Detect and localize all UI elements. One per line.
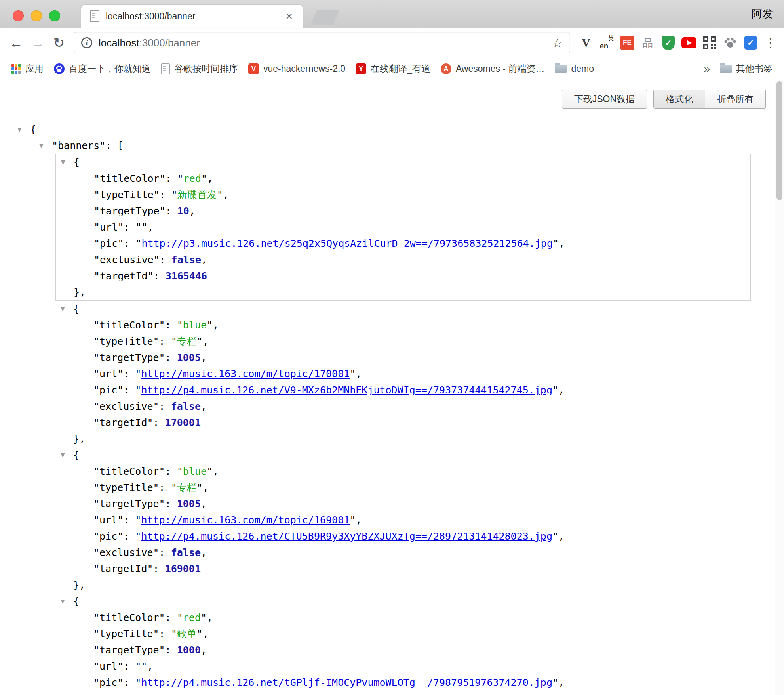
apps-shortcut[interactable]: 应用 xyxy=(6,61,49,77)
json-brace: }, xyxy=(74,286,86,298)
json-link[interactable]: http://p3.music.126.net/s25q2x5QyqsAzilC… xyxy=(141,238,553,249)
minimize-window-button[interactable] xyxy=(31,10,42,21)
vimium-extension-icon[interactable]: V xyxy=(577,34,595,52)
json-punctuation: : [ xyxy=(105,140,123,151)
json-string-value: 歌单 xyxy=(177,628,197,640)
json-key: "targetType" xyxy=(93,498,165,510)
document-icon xyxy=(161,63,170,74)
json-punctuation: , xyxy=(223,189,229,200)
translate-extension-icon[interactable]: 英 en xyxy=(598,34,615,52)
json-object: ▼{"titleColor": "red","typeTitle": "歌单",… xyxy=(55,593,751,695)
format-button[interactable]: 格式化 xyxy=(653,90,705,109)
json-key: "pic" xyxy=(93,384,123,396)
download-json-button[interactable]: 下载JSON数据 xyxy=(562,90,647,109)
json-line: "typeTitle": "专栏", xyxy=(55,333,751,349)
close-window-button[interactable] xyxy=(13,10,24,21)
json-key: "typeTitle" xyxy=(93,482,159,493)
json-punctuation: : xyxy=(159,336,171,347)
collapse-triangle-icon[interactable]: ▼ xyxy=(38,137,52,154)
reload-button[interactable]: ↻ xyxy=(48,32,70,53)
json-punctuation: , xyxy=(201,352,207,363)
json-key: "targetId" xyxy=(93,417,153,428)
json-key: "targetType" xyxy=(93,352,165,363)
bookmark-label: Awesomes - 前端资… xyxy=(456,63,545,75)
json-punctuation: , xyxy=(207,173,213,184)
bookmark-star-icon[interactable]: ☆ xyxy=(552,36,563,50)
other-bookmarks-folder[interactable]: 其他书签 xyxy=(715,61,778,77)
collapse-all-button[interactable]: 折叠所有 xyxy=(705,90,766,109)
bookmark-item-baidu[interactable]: 百度一下，你就知道 xyxy=(49,61,156,77)
json-line: "typeTitle": "专栏", xyxy=(55,479,751,496)
json-punctuation: : xyxy=(123,661,135,672)
json-number-value: 169001 xyxy=(165,563,201,575)
tab-title: localhost:3000/banner xyxy=(106,11,284,22)
paw-extension-icon[interactable] xyxy=(721,34,739,52)
shield-extension-icon[interactable] xyxy=(660,34,677,52)
json-punctuation: , xyxy=(201,401,207,412)
zoom-window-button[interactable] xyxy=(49,10,60,21)
bookmark-item-vue-hackernews[interactable]: V vue-hackernews-2.0 xyxy=(243,61,350,77)
json-punctuation: " xyxy=(177,612,183,623)
back-button[interactable]: ← xyxy=(6,32,27,53)
json-key: "exclusive" xyxy=(94,254,160,265)
forward-button[interactable]: → xyxy=(27,32,48,53)
bookmark-item-google-sort[interactable]: 谷歌按时间排序 xyxy=(156,61,243,77)
bookmark-item-youdao[interactable]: Y 在线翻译_有道 xyxy=(350,61,436,77)
address-bar[interactable]: i localhost:3000/banner ☆ xyxy=(74,32,570,53)
collapse-triangle-icon[interactable]: ▼ xyxy=(59,154,74,170)
youtube-extension-icon[interactable] xyxy=(680,34,698,52)
json-link[interactable]: http://p4.music.126.net/V9-MXz6b2MNhEKju… xyxy=(141,384,552,396)
browser-tab[interactable]: localhost:3000/banner × xyxy=(81,5,303,28)
json-line: ▼{ xyxy=(55,593,751,609)
collapse-triangle-icon[interactable]: ▼ xyxy=(16,121,30,137)
qrcode-extension-icon[interactable] xyxy=(701,34,718,52)
browser-menu-icon[interactable]: ⋮ xyxy=(763,35,778,50)
json-key: "titleColor" xyxy=(93,612,165,623)
json-punctuation: " xyxy=(207,466,213,477)
org-chart-extension-icon[interactable]: 品 xyxy=(639,34,657,52)
fe-extension-icon[interactable]: FE xyxy=(618,34,636,52)
profile-name[interactable]: 阿发 xyxy=(752,0,773,28)
json-punctuation: , xyxy=(213,466,219,477)
json-punctuation: " xyxy=(171,482,177,493)
page-favicon-icon xyxy=(90,10,99,22)
json-punctuation: " xyxy=(217,189,223,200)
json-punctuation: " xyxy=(135,514,141,526)
collapse-triangle-icon[interactable]: ▼ xyxy=(59,593,73,609)
tab-strip: localhost:3000/banner × 阿发 xyxy=(0,0,784,28)
json-boolean-value: false xyxy=(171,254,201,265)
json-punctuation: " xyxy=(207,319,213,331)
bookmark-item-awesomes[interactable]: A Awesomes - 前端资… xyxy=(436,61,550,77)
json-brace: }, xyxy=(73,433,85,445)
bookmark-folder-demo[interactable]: demo xyxy=(550,61,599,77)
sync-check-extension-icon[interactable]: ✓ xyxy=(742,34,759,52)
json-line: "targetType": 10, xyxy=(56,203,750,219)
json-punctuation: : xyxy=(154,270,166,282)
json-punctuation: " xyxy=(350,514,356,526)
json-link[interactable]: http://p4.music.126.net/tGPljf-IMOCyPvum… xyxy=(141,677,552,688)
bookmark-label: 在线翻译_有道 xyxy=(371,63,430,75)
collapse-triangle-icon[interactable]: ▼ xyxy=(59,447,73,463)
json-punctuation: " xyxy=(171,628,177,640)
json-link[interactable]: http://music.163.com/m/topic/169001 xyxy=(141,514,350,526)
bookmark-label: vue-hackernews-2.0 xyxy=(263,63,345,74)
collapse-triangle-icon[interactable]: ▼ xyxy=(59,301,73,317)
scrollbar-thumb[interactable] xyxy=(776,81,782,200)
json-punctuation: " xyxy=(135,384,141,396)
bookmark-label: demo xyxy=(571,63,594,74)
json-boolean-value: false xyxy=(171,693,201,695)
tab-close-icon[interactable]: × xyxy=(284,10,294,22)
json-link[interactable]: http://p4.music.126.net/CTU5B9R9y3XyYBZX… xyxy=(141,531,552,542)
json-punctuation: , xyxy=(147,661,153,672)
json-punctuation: " xyxy=(171,336,177,347)
scrollbar-track[interactable] xyxy=(775,80,784,695)
new-tab-button[interactable] xyxy=(310,10,340,25)
site-info-icon[interactable]: i xyxy=(81,37,92,48)
json-link[interactable]: http://music.163.com/m/topic/170001 xyxy=(141,368,350,380)
bookmarks-overflow-chevron-icon[interactable]: » xyxy=(699,63,715,75)
json-punctuation: : xyxy=(124,221,135,233)
json-punctuation: " xyxy=(553,238,559,249)
json-string-value: blue xyxy=(183,319,207,331)
json-punctuation: , xyxy=(558,531,564,542)
extension-icons: V 英 en FE 品 xyxy=(577,34,778,52)
